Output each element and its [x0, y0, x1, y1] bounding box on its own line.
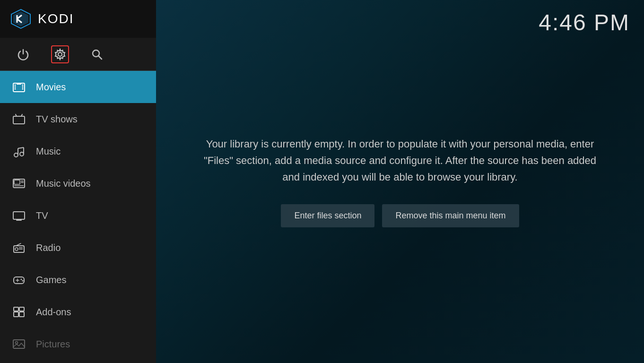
movies-label: Movies [36, 82, 66, 93]
svg-line-7 [99, 56, 102, 59]
music-videos-label: Music videos [36, 178, 91, 189]
svg-rect-25 [14, 180, 20, 184]
enter-files-section-button[interactable]: Enter files section [281, 204, 374, 227]
svg-rect-43 [19, 312, 24, 317]
sidebar-item-pictures[interactable]: Pictures [0, 328, 156, 360]
svg-line-23 [18, 147, 24, 148]
add-ons-icon [11, 304, 26, 320]
music-label: Music [36, 146, 61, 157]
tv-shows-label: TV shows [36, 114, 78, 125]
empty-library-message: Your library is currently empty. In orde… [199, 136, 601, 186]
pictures-label: Pictures [36, 339, 70, 350]
radio-label: Radio [36, 242, 61, 253]
action-buttons: Enter files section Remove this main men… [281, 204, 519, 227]
svg-rect-46 [13, 340, 25, 348]
svg-point-41 [22, 280, 24, 282]
svg-rect-16 [13, 116, 25, 124]
music-icon [11, 144, 26, 159]
svg-rect-44 [14, 307, 18, 311]
pictures-icon [11, 337, 26, 352]
sidebar-item-radio[interactable]: Radio [0, 232, 156, 264]
sidebar-item-games[interactable]: Games [0, 264, 156, 296]
power-button[interactable] [14, 45, 32, 63]
svg-point-11 [15, 88, 16, 90]
sidebar-item-movies[interactable]: Movies [0, 71, 156, 103]
sidebar-item-add-ons[interactable]: Add-ons [0, 296, 156, 328]
sidebar-item-music-videos[interactable]: Music videos [0, 167, 156, 199]
svg-rect-42 [14, 312, 18, 317]
sidebar-item-music[interactable]: Music [0, 135, 156, 167]
games-icon [11, 272, 26, 287]
svg-point-5 [58, 52, 62, 56]
time-display: 4:46 PM [539, 9, 630, 35]
svg-point-12 [22, 85, 24, 86]
music-videos-icon [11, 176, 26, 191]
svg-point-33 [15, 248, 18, 251]
tv-label: TV [36, 210, 48, 221]
radio-icon [11, 240, 26, 255]
svg-point-19 [14, 153, 18, 157]
app-header: KODI [0, 0, 156, 38]
sidebar-toolbar [0, 38, 156, 71]
sidebar-item-tv-shows[interactable]: TV shows [0, 103, 156, 135]
add-ons-label: Add-ons [36, 307, 71, 318]
svg-marker-1 [13, 11, 28, 26]
svg-rect-15 [17, 83, 21, 85]
search-button[interactable] [88, 45, 106, 63]
svg-point-40 [21, 279, 22, 280]
svg-point-20 [20, 152, 24, 156]
app-title: KODI [38, 11, 74, 26]
settings-button[interactable] [51, 45, 69, 63]
tv-icon [11, 208, 26, 223]
remove-menu-item-button[interactable]: Remove this main menu item [382, 204, 519, 227]
svg-point-47 [16, 342, 18, 344]
svg-rect-29 [13, 212, 25, 219]
sidebar-item-tv[interactable]: TV [0, 199, 156, 232]
games-label: Games [36, 275, 66, 285]
nav-menu: Movies TV shows [0, 71, 156, 363]
content-area: Your library is currently empty. In orde… [156, 0, 644, 363]
svg-point-14 [22, 88, 24, 90]
movies-icon [11, 79, 26, 95]
svg-point-9 [15, 85, 16, 86]
main-content: 4:46 PM Your library is currently empty.… [156, 0, 644, 363]
sidebar: KODI [0, 0, 156, 363]
svg-point-10 [15, 86, 16, 88]
svg-point-13 [22, 86, 24, 88]
tv-shows-icon [11, 112, 26, 127]
svg-rect-45 [19, 307, 24, 311]
kodi-logo-icon [9, 8, 32, 30]
